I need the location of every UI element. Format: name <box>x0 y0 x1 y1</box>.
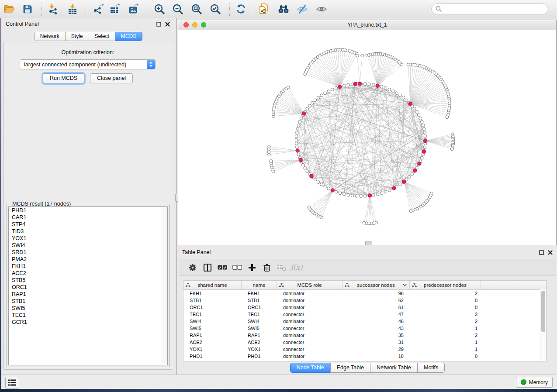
mcds-result-list[interactable]: PHD1CAR1STP4TID3YOX1SWI4SRD1PMA2FKH1ACE2… <box>8 206 168 365</box>
cell-successor-nodes: 18 <box>343 353 410 360</box>
column-header-name[interactable]: name <box>242 281 277 289</box>
close-panel-icon[interactable] <box>165 21 170 27</box>
table-row[interactable]: RAP1RAP1dominator352 <box>183 332 546 339</box>
cell-name: STB1 <box>242 297 277 304</box>
table-row[interactable]: YOX1YOX1connector291 <box>183 346 546 353</box>
network-titlebar[interactable]: YPA_prune.txt_1 <box>178 20 556 30</box>
mcds-result-item[interactable]: FKH1 <box>9 263 167 270</box>
mcds-result-item[interactable]: RAP1 <box>9 291 167 298</box>
zoom-selected-button[interactable] <box>207 1 224 17</box>
cell-successor-nodes: 96 <box>343 290 410 297</box>
table-row[interactable]: STB1STB1dominator620 <box>183 297 546 304</box>
cell-shared-name: SWI5 <box>183 325 242 332</box>
zoom-fit-button[interactable] <box>188 1 205 17</box>
mcds-result-item[interactable]: PHD1 <box>9 207 167 214</box>
column-header-mcds-role[interactable]: MCDS role <box>277 281 343 289</box>
cell-mcds-role: dominator <box>277 290 343 297</box>
table-row[interactable]: ORC1ORC1dominator610 <box>183 304 546 311</box>
hide-selected-button[interactable] <box>294 1 311 17</box>
import-network-button[interactable] <box>44 1 62 17</box>
select-all-columns-button[interactable] <box>215 261 230 274</box>
cell-predecessor-nodes: 2 <box>410 290 481 297</box>
mcds-result-item[interactable]: SRD1 <box>9 249 167 256</box>
table-tab-network-table[interactable]: Network Table <box>370 363 418 373</box>
network-canvas[interactable] <box>178 30 556 245</box>
close-panel-button[interactable]: Close panel <box>90 73 133 83</box>
mcds-result-item[interactable]: TEC1 <box>9 312 167 319</box>
cell-shared-name: ACE2 <box>183 339 242 346</box>
mcds-result-item[interactable]: CAR1 <box>9 214 167 221</box>
column-header-shared-name[interactable]: shared name <box>183 281 242 289</box>
clone-network-button[interactable] <box>256 1 273 17</box>
first-neighbors-button[interactable] <box>275 1 292 17</box>
cell-predecessor-nodes: 1 <box>410 339 481 346</box>
toolbar-separator <box>251 3 251 16</box>
mcds-result-item[interactable]: PMA2 <box>9 256 167 263</box>
search-input[interactable] <box>442 6 548 13</box>
mcds-result-item[interactable]: STP4 <box>9 221 167 228</box>
table-settings-button[interactable] <box>185 261 200 274</box>
mcds-result-item[interactable]: ORC1 <box>9 284 167 291</box>
table-tab-node-table[interactable]: Node Table <box>290 363 331 373</box>
import-table-button[interactable] <box>64 1 81 17</box>
mcds-result-item[interactable]: SWI4 <box>9 242 167 249</box>
table-scrollbar[interactable] <box>540 289 546 361</box>
control-panel-title: Control Panel <box>6 21 39 27</box>
float-window-icon[interactable] <box>156 21 162 27</box>
search-field[interactable] <box>431 3 548 14</box>
export-table-button[interactable] <box>106 1 124 17</box>
cell-mcds-role: dominator <box>277 304 343 311</box>
column-header-successor-nodes[interactable]: successor nodes <box>343 281 410 289</box>
criterion-dropdown[interactable]: largest connected component (undirected) <box>20 59 156 69</box>
show-columns-button[interactable] <box>200 261 215 274</box>
run-mcds-button[interactable]: Run MCDS <box>43 73 84 83</box>
table-row[interactable]: TEC1TEC1connector472 <box>183 311 546 318</box>
mcds-result-item[interactable]: SWI5 <box>9 305 167 312</box>
table-row[interactable]: SWI5SWI5connector431 <box>183 325 546 332</box>
table-row[interactable]: SWI4SWI4dominator462 <box>183 318 546 325</box>
table-scrollbar-thumb[interactable] <box>541 291 545 332</box>
float-window-icon[interactable] <box>539 250 544 255</box>
mcds-result-item[interactable]: STB5 <box>9 277 167 284</box>
zoom-out-button[interactable] <box>169 1 187 17</box>
cell-successor-nodes: 46 <box>343 318 410 325</box>
export-image-button[interactable] <box>125 1 142 17</box>
table-tab-motifs[interactable]: Motifs <box>417 363 445 373</box>
mcds-result-item[interactable]: TID3 <box>9 228 167 235</box>
apply-layout-button[interactable] <box>232 1 249 17</box>
cell-predecessor-nodes: 0 <box>410 304 481 311</box>
control-tab-select[interactable]: Select <box>89 32 115 41</box>
close-panel-icon[interactable] <box>547 250 553 255</box>
delete-table-button[interactable] <box>274 261 289 274</box>
mcds-result-item[interactable]: YOX1 <box>9 235 167 242</box>
export-network-button[interactable] <box>90 1 107 17</box>
control-tab-mcds[interactable]: MCDS <box>115 32 142 41</box>
open-session-button[interactable] <box>0 1 18 17</box>
save-session-button[interactable] <box>19 1 36 17</box>
function-builder-button[interactable]: f(x) <box>289 261 304 274</box>
show-panel-list-button[interactable] <box>5 377 19 389</box>
search-icon <box>436 6 442 12</box>
create-column-button[interactable] <box>245 261 259 274</box>
control-tab-style[interactable]: Style <box>65 32 89 41</box>
delete-columns-button[interactable] <box>259 261 274 274</box>
unselect-all-columns-button[interactable] <box>230 261 245 274</box>
mcds-result-item[interactable]: STB1 <box>9 298 167 305</box>
table-tab-edge-table[interactable]: Edge Table <box>330 363 370 373</box>
show-all-button[interactable] <box>313 1 330 17</box>
mcds-result-item[interactable]: GCR1 <box>9 319 167 326</box>
application-window: Control Panel NetworkStyleSelectMCDS Opt… <box>0 0 557 392</box>
control-tab-network[interactable]: Network <box>34 32 66 41</box>
table-row[interactable]: FKH1FKH1dominator962 <box>183 290 546 297</box>
mcds-result-item[interactable]: ACE2 <box>9 270 167 277</box>
memory-button[interactable]: Memory <box>516 377 553 388</box>
column-header-predecessor-nodes[interactable]: predecessor nodes <box>410 281 481 289</box>
import-network-icon <box>47 3 59 15</box>
network-graph[interactable] <box>178 30 556 245</box>
result-list-scrollbar[interactable] <box>161 207 167 365</box>
zoom-in-button[interactable] <box>151 1 168 17</box>
node-table: shared namenameMCDS rolesuccessor nodesp… <box>183 280 547 361</box>
table-row[interactable]: ACE2ACE2connector311 <box>183 339 546 346</box>
table-row[interactable]: PHD1PHD1dominator180 <box>183 353 546 360</box>
horizontal-splitter-grip[interactable] <box>365 241 372 245</box>
